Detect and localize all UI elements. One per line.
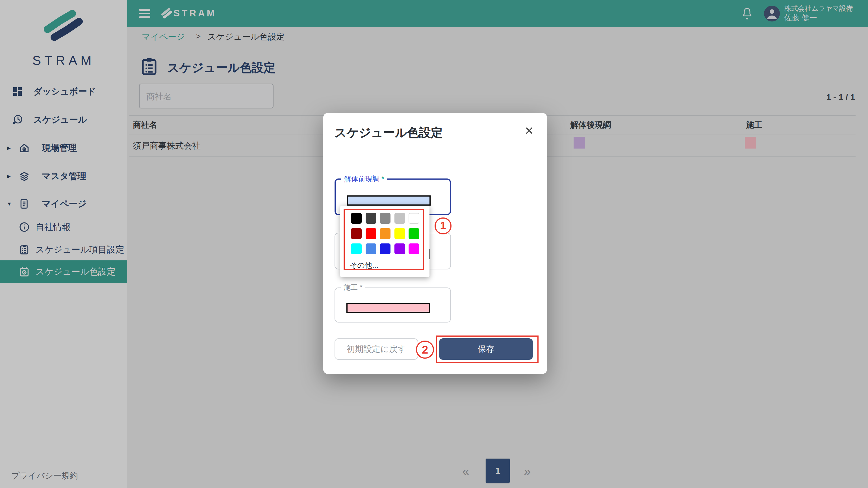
annotation-number: 2	[422, 343, 428, 356]
save-button[interactable]: 保存	[439, 338, 533, 360]
dialog-title: スケジュール色設定	[335, 125, 443, 141]
field-label: 施工 *	[341, 283, 365, 293]
palette-swatch[interactable]	[366, 243, 376, 254]
reset-to-default-button[interactable]: 初期設定に戻す	[335, 338, 418, 360]
palette-swatch[interactable]	[395, 228, 405, 239]
palette-swatch[interactable]	[409, 228, 419, 239]
required-mark: *	[381, 175, 384, 183]
palette-swatch[interactable]	[351, 243, 362, 254]
field-label: 解体前現調 *	[341, 174, 387, 184]
palette-swatch[interactable]	[409, 213, 419, 224]
field-construction: 施工 *	[335, 288, 451, 323]
palette-swatch[interactable]	[351, 228, 362, 239]
annotation-step-2: 2	[416, 340, 434, 359]
schedule-color-settings-dialog: スケジュール色設定 × 須戸商事株式会社 解体前現調 * 解体後現調 *	[323, 113, 547, 374]
annotation-step-1: 1	[435, 218, 452, 234]
close-icon[interactable]: ×	[525, 123, 533, 138]
palette-swatch[interactable]	[395, 243, 405, 254]
palette-swatch[interactable]	[409, 243, 419, 254]
palette-swatch[interactable]	[380, 243, 391, 254]
construction-color-swatch[interactable]	[346, 303, 430, 313]
before-demolition-color-swatch[interactable]	[347, 195, 431, 205]
palette-swatch[interactable]	[380, 228, 391, 239]
palette-swatch[interactable]	[380, 213, 391, 224]
color-picker-popup: その他...	[340, 205, 430, 277]
palette-swatch[interactable]	[366, 213, 376, 224]
required-mark: *	[360, 284, 363, 291]
palette-swatch[interactable]	[366, 228, 376, 239]
app-viewport: STRAM ダッシュボード スケジュール ▶ 現場管理	[0, 0, 868, 488]
annotation-number: 1	[440, 220, 446, 232]
palette-swatch[interactable]	[351, 213, 362, 224]
palette-swatch[interactable]	[395, 213, 405, 224]
picker-other-option[interactable]: その他...	[350, 260, 378, 270]
